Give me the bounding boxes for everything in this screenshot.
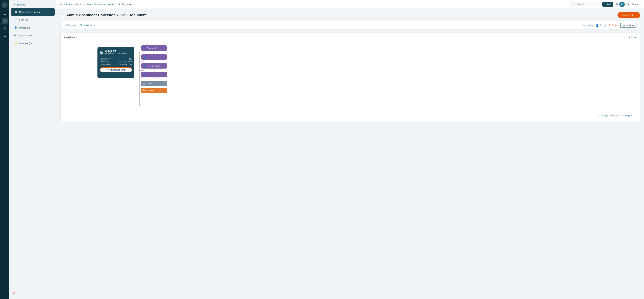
collapse-arrow[interactable]: ∧ (100, 73, 132, 76)
doc-card-info: Sequence Nr 112 Created By 👤 Suraj Kumar… (100, 58, 132, 65)
doc-info-date: Date Created 21/03/2024 17:12 (100, 63, 132, 65)
previous-button[interactable]: ↩ Previous (10, 2, 56, 7)
node-2-menu-icon[interactable]: ⋮ (163, 56, 165, 58)
circle-arrows-icon: ↺ (622, 114, 624, 117)
assign-link[interactable]: 👤 Assign (596, 24, 606, 27)
bottom-bar: → Change orientation ↺ Legend (64, 112, 636, 118)
node-6-menu-icon[interactable]: ⋮ (163, 89, 165, 92)
node-wrapper-5: ☰ 1 More ∨ (141, 81, 167, 86)
nav-item-persons[interactable]: 👤 Persons (5) (11, 24, 55, 31)
page-title: 📄 Admin Document Collection • 112 • Docu… (60, 13, 146, 17)
doc-card-icon: 📄 (100, 51, 103, 54)
node-more[interactable]: ☰ 1 More ∨ (141, 81, 167, 86)
search-box[interactable]: 🔍 (570, 2, 600, 7)
node-5-chevron-icon[interactable]: ∨ (164, 83, 165, 85)
visual-map-container: Visual map ✕ Close (60, 32, 640, 122)
node-suraj-singh[interactable]: 👤 Suraj singh ⋮ (141, 45, 167, 51)
breadcrumb-current: 112 • Document (116, 3, 132, 5)
main-content: ← Document collections / Admin Document … (56, 0, 644, 299)
doc-card-title: Document (104, 49, 129, 52)
node-wrapper-6: 🏛 Org Regi ⋮ ∨ (141, 88, 167, 95)
node-1-menu-icon[interactable]: ⋮ (163, 47, 165, 49)
avatar: SG (619, 2, 625, 7)
delete-link[interactable]: 🗑 Delete (608, 24, 618, 27)
person-icon-4: 👤 (143, 73, 146, 76)
search-input[interactable] (576, 3, 597, 5)
breadcrumb: ← Document collections / Admin Document … (60, 3, 568, 5)
node-4-chevron[interactable]: ∨ (141, 78, 167, 80)
legend-link[interactable]: ↺ Legend (622, 114, 632, 117)
add-button[interactable]: + Add (602, 2, 614, 7)
document-card: 📄 Document Admin Document Collection • 1… (98, 47, 134, 78)
topbar: ← Document collections / Admin Document … (56, 0, 644, 9)
node-6-chevron[interactable]: ∨ (141, 93, 167, 95)
back-to-list-button[interactable]: Back to list ← (618, 12, 640, 18)
doc-card-menu-icon[interactable]: ⋮ (129, 51, 132, 54)
nav-dossiers-icon: 📁 (14, 42, 18, 45)
person-icon-2: 👤 (143, 56, 146, 58)
arrows-icon: → (597, 114, 600, 117)
node-wrapper-1: 👤 Suraj singh ⋮ ∨ (141, 45, 167, 53)
sidebar-icon-documents[interactable]: ⊞ (2, 18, 8, 24)
clock-icon: ⏱ (80, 24, 82, 27)
visual-map-title: Visual map (64, 36, 76, 39)
sidebar-icon-bar: J ☁ ⊞ ⚙ ☁ >> (0, 0, 10, 299)
doc-info-sequence: Sequence Nr 112 (100, 58, 132, 60)
nav-item-dossiers[interactable]: 📁 Dossiers (0) (11, 40, 55, 47)
action-bar: ☆ Favourite ⏱ View history 🔧 Handle 👤 As… (60, 21, 640, 30)
breadcrumb-back-arrow[interactable]: ← (60, 3, 62, 5)
pin-icon[interactable]: 📌 (12, 292, 16, 295)
sidebar-expand[interactable]: >> (2, 293, 7, 297)
breadcrumb-collection[interactable]: Admin Document Collection (87, 3, 114, 5)
left-nav-panel: ↩ Previous 📋 General information 📄 Files… (10, 0, 56, 299)
wrench-icon: 🔧 (582, 24, 586, 27)
node-3-chevron[interactable]: ∨ (141, 69, 167, 71)
list-icon: ☰ (143, 82, 145, 85)
nav-item-general[interactable]: 📋 General information (11, 8, 55, 15)
node-wrapper-2: 👤 ⋮ ∨ (141, 54, 167, 62)
nav-organizations-icon: 🏛 (14, 34, 17, 37)
handle-link[interactable]: 🔧 Handle (582, 24, 594, 27)
visual-map-canvas: 📄 Document Admin Document Collection • 1… (64, 42, 636, 112)
view-in-side-panel-button[interactable]: 👁 View in side panel (100, 67, 132, 72)
robot-icon: 🤖 (623, 24, 626, 26)
user-area[interactable]: ⚙ SG Sunil Gowda ▾ (615, 2, 641, 7)
node-1-chevron[interactable]: ∨ (141, 51, 167, 53)
close-icon: ✕ (628, 36, 630, 38)
app-logo: J (2, 2, 8, 8)
doc-info-created-by: Created By 👤 Suraj Kumar (100, 60, 132, 63)
sidebar-icon-settings[interactable]: ⚙ (2, 25, 8, 31)
close-link[interactable]: ✕ Close (628, 36, 636, 38)
sidebar-icon-home[interactable]: ☁ (2, 11, 8, 17)
node-person-4[interactable]: 👤 ⋮ (141, 72, 167, 77)
action-bar-right: 🔧 Handle 👤 Assign 🗑 Delete 🤖 Actions (582, 23, 636, 28)
node-4-menu-icon[interactable]: ⋮ (163, 73, 165, 76)
nav-item-files[interactable]: 📄 Files (0) (11, 16, 55, 23)
collapse-icon[interactable]: « (17, 292, 18, 295)
node-wrapper-4: 👤 ⋮ ∨ (141, 72, 167, 80)
star-icon: ☆ (64, 24, 66, 27)
change-orientation-link[interactable]: → Change orientation (597, 114, 619, 117)
breadcrumb-collections[interactable]: Document collections (64, 3, 84, 5)
node-wrapper-3: 👤 In Incid...sapiente ⋮ ∨ (141, 63, 167, 71)
trash-icon: 🗑 (608, 24, 611, 27)
person-icon-1: 👤 (143, 47, 146, 49)
gear-icon[interactable]: ⚙ (615, 2, 618, 6)
view-history-link[interactable]: ⏱ View history (80, 24, 95, 27)
nav-persons-icon: 👤 (14, 26, 18, 29)
node-org-regi[interactable]: 🏛 Org Regi ⋮ (141, 88, 167, 93)
node-2-chevron[interactable]: ∨ (141, 60, 167, 62)
chevron-down-icon: ▾ (640, 3, 641, 5)
doc-card-subtitle: Admin Document Collection • 112 (104, 52, 129, 56)
search-icon: 🔍 (572, 3, 575, 6)
action-bar-left: ☆ Favourite ⏱ View history (64, 24, 95, 27)
node-incident[interactable]: 👤 In Incid...sapiente ⋮ (141, 63, 167, 68)
actions-button[interactable]: 🤖 Actions (620, 23, 636, 28)
favourite-link[interactable]: ☆ Favourite (64, 24, 76, 27)
nav-item-organizations[interactable]: 🏛 Organizations (1) (11, 32, 55, 39)
sidebar-icon-cloud[interactable]: ☁ (2, 33, 8, 39)
node-3-menu-icon[interactable]: ⋮ (163, 64, 165, 67)
assign-icon: 👤 (596, 24, 599, 27)
person-icon-3: 👤 (143, 64, 146, 67)
node-person-2[interactable]: 👤 ⋮ (141, 54, 167, 60)
